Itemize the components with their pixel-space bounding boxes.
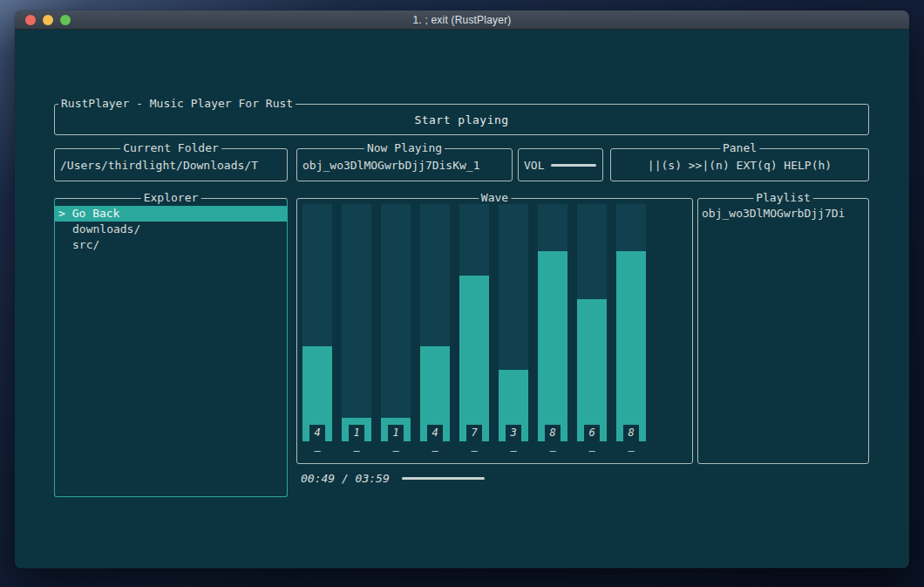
explorer-item[interactable]: > Go Back bbox=[55, 206, 287, 222]
explorer-title: Explorer bbox=[141, 191, 201, 205]
explorer-list: > Go Backdownloads/src/ bbox=[55, 206, 287, 253]
app-header-box: RustPlayer - Music Player For Rust Start… bbox=[54, 104, 869, 135]
wave-bar-chart: 411473868 bbox=[302, 204, 646, 441]
wave-bar-track: 8 bbox=[616, 204, 646, 441]
wave-bar-track: 8 bbox=[538, 204, 567, 441]
start-playing-button[interactable]: Start playing bbox=[55, 105, 868, 134]
wave-bar-track: 1 bbox=[342, 204, 371, 441]
wave-bar bbox=[538, 251, 567, 441]
wave-panel: Wave 411473868 ––––––––– bbox=[296, 198, 693, 464]
playlist-item[interactable]: obj_wo3DlMOGwrbDjj7Di bbox=[698, 206, 868, 222]
wave-bar-track: 1 bbox=[381, 204, 411, 441]
desktop-wallpaper: 1. ; exit (RustPlayer) RustPlayer - Musi… bbox=[0, 0, 924, 587]
wave-axis-tick: – bbox=[459, 445, 489, 457]
window-title: 1. ; exit (RustPlayer) bbox=[412, 14, 511, 26]
volume-slider[interactable] bbox=[551, 164, 596, 167]
wave-axis-tick: – bbox=[616, 445, 646, 457]
panel-box: Panel ||(s) >>|(n) EXT(q) HELP(h) bbox=[610, 148, 869, 181]
current-folder-box: Current Folder /Users/thirdlight/Downloa… bbox=[54, 148, 288, 181]
wave-title: Wave bbox=[479, 191, 511, 205]
wave-axis-tick: – bbox=[302, 445, 332, 457]
progress-bar[interactable] bbox=[402, 477, 485, 480]
wave-bar-value: 1 bbox=[388, 425, 404, 441]
wave-axis-tick: – bbox=[381, 445, 411, 457]
panel-title: Panel bbox=[720, 141, 759, 155]
wave-bar-track: 4 bbox=[302, 204, 332, 441]
close-window-button[interactable] bbox=[25, 15, 36, 25]
minimize-window-button[interactable] bbox=[43, 15, 53, 25]
traffic-lights bbox=[25, 10, 71, 30]
explorer-panel: Explorer > Go Backdownloads/src/ bbox=[54, 198, 288, 497]
wave-axis-tick: – bbox=[420, 445, 450, 457]
wave-bar-value: 6 bbox=[584, 425, 600, 441]
current-folder-title: Current Folder bbox=[120, 141, 221, 155]
playlist-panel: Playlist obj_wo3DlMOGwrbDjj7Di bbox=[697, 198, 869, 464]
wave-bar-value: 1 bbox=[349, 425, 364, 441]
wave-bar-track: 7 bbox=[459, 204, 489, 441]
explorer-item[interactable]: src/ bbox=[55, 237, 287, 253]
playback-progress-row: 00:49 / 03:59 bbox=[301, 472, 485, 485]
now-playing-title: Now Playing bbox=[364, 141, 445, 155]
wave-bar bbox=[459, 276, 489, 441]
terminal-window: 1. ; exit (RustPlayer) RustPlayer - Musi… bbox=[15, 10, 909, 569]
wave-bar-value: 8 bbox=[623, 425, 639, 441]
wave-bar-track: 6 bbox=[577, 204, 607, 441]
wave-axis-ticks: ––––––––– bbox=[302, 445, 646, 457]
explorer-item[interactable]: downloads/ bbox=[55, 222, 287, 237]
terminal-screen: RustPlayer - Music Player For Rust Start… bbox=[15, 30, 909, 568]
wave-bar-value: 7 bbox=[466, 425, 482, 441]
wave-bar-track: 4 bbox=[420, 204, 450, 441]
playback-time: 00:49 / 03:59 bbox=[301, 472, 390, 485]
wave-bar bbox=[577, 299, 607, 441]
titlebar[interactable]: 1. ; exit (RustPlayer) bbox=[15, 10, 909, 30]
wave-bar-value: 8 bbox=[545, 425, 561, 441]
zoom-window-button[interactable] bbox=[60, 15, 71, 25]
now-playing-box: Now Playing obj_wo3DlMOGwrbDjj7DisKw_1 bbox=[296, 148, 513, 181]
wave-bar-value: 3 bbox=[506, 425, 521, 441]
playlist-list: obj_wo3DlMOGwrbDjj7Di bbox=[698, 206, 868, 222]
wave-bar-value: 4 bbox=[427, 425, 443, 441]
wave-bar-track: 3 bbox=[499, 204, 528, 441]
wave-axis-tick: – bbox=[342, 445, 371, 457]
wave-bar bbox=[616, 251, 646, 441]
wave-axis-tick: – bbox=[538, 445, 567, 457]
wave-axis-tick: – bbox=[499, 445, 528, 457]
wave-axis-tick: – bbox=[577, 445, 607, 457]
wave-bar-value: 4 bbox=[309, 425, 325, 441]
volume-box: VOL bbox=[518, 148, 603, 181]
playlist-title: Playlist bbox=[753, 191, 813, 205]
volume-label: VOL bbox=[524, 159, 544, 172]
